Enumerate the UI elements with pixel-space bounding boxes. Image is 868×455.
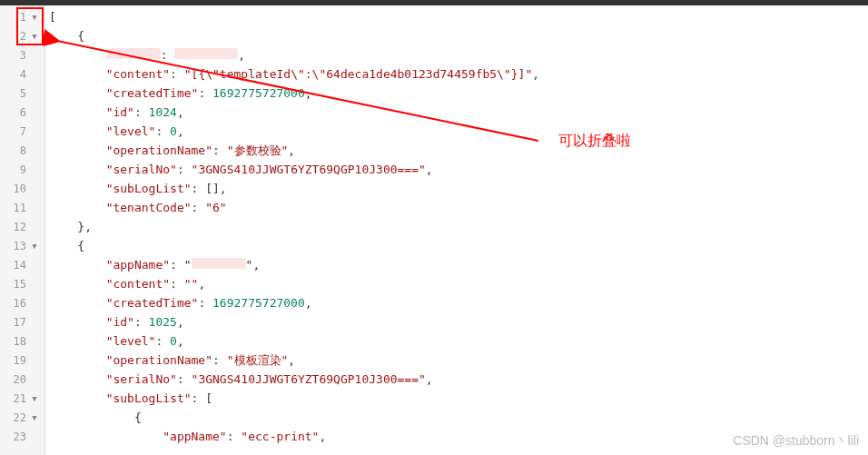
code-line: "serialNo": "3GNGS410JJWGT6YZT69QGP10J30… [49,370,868,389]
line-number: 20 [14,373,26,386]
gutter-row[interactable]: 4 [0,64,44,84]
code-line: { [49,236,868,255]
code-line: "tenantCode": "6" [49,198,868,217]
code-line: "id": 1024, [49,103,868,122]
line-number: 14 [14,259,26,272]
gutter-row[interactable]: 3 [0,45,44,64]
code-content[interactable]: [ { : , "content": "[{\"templateId\":\"6… [45,5,868,455]
gutter-row[interactable]: 6 [0,103,44,122]
line-number: 3 [20,49,26,62]
gutter-row[interactable]: 1▼ [0,7,44,26]
watermark-text: CSDN @stubborn丶lili [733,433,859,450]
code-editor: 1▼ 2▼ 3 4 5 6 7 8 9 10 11 12 13▼ 14 15 1… [0,5,868,455]
gutter-row[interactable]: 20 [0,370,44,389]
line-number: 4 [20,68,26,81]
code-line: "subLogList": [], [49,179,868,198]
line-number: 6 [20,106,26,119]
code-line: "operationName": "参数校验", [49,141,868,160]
code-line: : , [49,45,868,64]
line-number: 10 [14,183,26,195]
code-line: "appName": "", [49,255,868,274]
code-line: "createdTime": 1692775727000, [49,84,868,103]
line-number: 8 [20,144,26,157]
code-line: { [49,408,868,427]
gutter-row[interactable]: 18 [0,331,44,351]
annotation-text: 可以折叠啦 [558,132,631,151]
gutter-row[interactable]: 21▼ [0,389,44,408]
gutter-row[interactable]: 5 [0,84,44,103]
line-number: 21 [14,392,26,405]
line-number: 9 [20,163,26,176]
gutter-row[interactable]: 19 [0,351,44,370]
code-line: "operationName": "模板渲染", [49,351,868,370]
gutter-row[interactable]: 10 [0,179,44,198]
fold-toggle-icon[interactable]: ▼ [30,242,39,251]
fold-toggle-icon[interactable]: ▼ [30,413,39,422]
gutter-row[interactable]: 9 [0,160,44,179]
gutter-row[interactable]: 14 [0,255,44,274]
line-number: 19 [14,354,26,367]
gutter-row[interactable]: 15 [0,274,44,293]
gutter-row[interactable]: 12 [0,217,44,236]
line-gutter: 1▼ 2▼ 3 4 5 6 7 8 9 10 11 12 13▼ 14 15 1… [0,5,45,455]
fold-toggle-icon[interactable]: ▼ [30,394,39,403]
fold-toggle-icon[interactable]: ▼ [30,13,39,22]
line-number: 13 [14,240,26,252]
code-line: "level": 0, [49,331,868,351]
gutter-row[interactable]: 2▼ [0,26,44,45]
gutter-row[interactable]: 17 [0,312,44,331]
gutter-row[interactable]: 16 [0,293,44,312]
gutter-row[interactable]: 7 [0,122,44,141]
code-line: [ [49,7,868,26]
line-number: 12 [14,221,26,233]
code-line: "serialNo": "3GNGS410JJWGT6YZT69QGP10J30… [49,160,868,179]
code-line: { [49,26,868,45]
line-number: 17 [14,316,26,329]
gutter-row[interactable]: 8 [0,141,44,160]
code-line: "createdTime": 1692775727000, [49,293,868,312]
gutter-row[interactable]: 22▼ [0,408,44,427]
line-number: 2 [20,30,26,43]
line-number: 23 [14,430,26,443]
line-number: 15 [14,278,26,291]
line-number: 22 [14,411,26,424]
code-line: "content": "[{\"templateId\":\"64deca1de… [49,64,868,84]
line-number: 11 [14,202,26,214]
line-number: 18 [14,335,26,348]
line-number: 5 [20,87,26,100]
code-line: "content": "", [49,274,868,293]
line-number: 16 [14,297,26,310]
code-line: }, [49,217,868,236]
code-line: "subLogList": [ [49,389,868,408]
code-line: "level": 0, [49,122,868,141]
gutter-row[interactable]: 23 [0,427,44,446]
fold-toggle-icon[interactable]: ▼ [30,32,39,41]
line-number: 1 [20,11,26,24]
code-line: "id": 1025, [49,312,868,331]
line-number: 7 [20,125,26,138]
gutter-row[interactable]: 11 [0,198,44,217]
gutter-row[interactable]: 13▼ [0,236,44,255]
